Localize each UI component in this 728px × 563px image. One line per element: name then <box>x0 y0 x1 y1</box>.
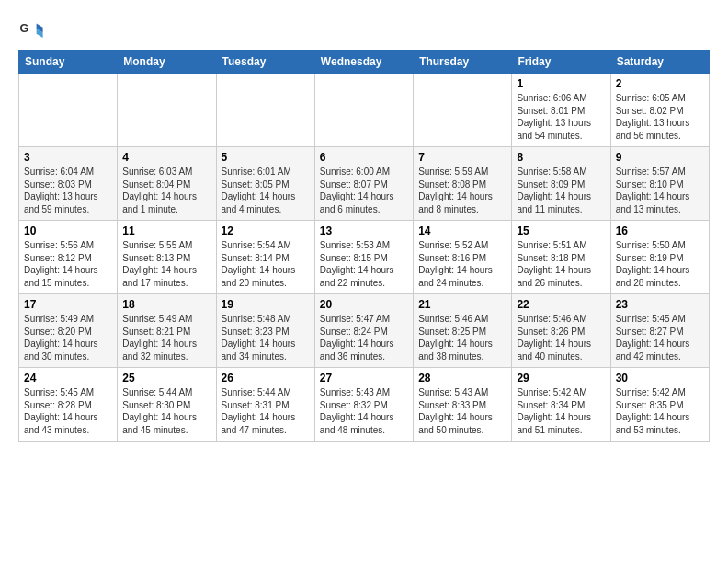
day-number: 2 <box>616 77 704 90</box>
day-number: 11 <box>122 224 210 237</box>
weekday-header-saturday: Saturday <box>610 51 709 74</box>
calendar-cell: 30Sunrise: 5:42 AMSunset: 8:35 PMDayligh… <box>610 368 709 442</box>
day-info: Sunrise: 5:43 AMSunset: 8:33 PMDaylight:… <box>418 386 506 436</box>
day-number: 24 <box>24 372 112 385</box>
weekday-header-tuesday: Tuesday <box>216 51 314 74</box>
calendar-cell: 29Sunrise: 5:42 AMSunset: 8:34 PMDayligh… <box>512 368 610 442</box>
calendar-cell: 21Sunrise: 5:46 AMSunset: 8:25 PMDayligh… <box>414 294 512 368</box>
day-number: 13 <box>320 224 408 237</box>
day-info: Sunrise: 5:43 AMSunset: 8:32 PMDaylight:… <box>320 386 408 436</box>
week-row-4: 17Sunrise: 5:49 AMSunset: 8:20 PMDayligh… <box>19 294 710 368</box>
weekday-header-row: SundayMondayTuesdayWednesdayThursdayFrid… <box>19 51 710 74</box>
day-number: 14 <box>418 224 506 237</box>
calendar-cell: 18Sunrise: 5:49 AMSunset: 8:21 PMDayligh… <box>118 294 216 368</box>
day-info: Sunrise: 5:48 AMSunset: 8:23 PMDaylight:… <box>222 313 310 362</box>
day-number: 16 <box>616 224 704 237</box>
calendar-cell: 20Sunrise: 5:47 AMSunset: 8:24 PMDayligh… <box>314 294 413 368</box>
day-info: Sunrise: 6:04 AMSunset: 8:03 PMDaylight:… <box>24 166 112 215</box>
header: G <box>18 15 710 44</box>
calendar-cell <box>314 74 413 147</box>
day-info: Sunrise: 6:00 AMSunset: 8:07 PMDaylight:… <box>320 166 408 215</box>
calendar-cell: 3Sunrise: 6:04 AMSunset: 8:03 PMDaylight… <box>19 147 118 221</box>
day-number: 27 <box>320 372 408 385</box>
calendar-cell: 16Sunrise: 5:50 AMSunset: 8:19 PMDayligh… <box>610 221 709 294</box>
logo-icon: G <box>18 18 44 44</box>
day-number: 21 <box>418 298 506 311</box>
week-row-5: 24Sunrise: 5:45 AMSunset: 8:28 PMDayligh… <box>19 368 710 442</box>
day-number: 23 <box>616 298 704 311</box>
day-info: Sunrise: 5:49 AMSunset: 8:21 PMDaylight:… <box>122 313 210 362</box>
day-info: Sunrise: 5:53 AMSunset: 8:15 PMDaylight:… <box>320 239 408 289</box>
calendar-cell <box>118 74 216 147</box>
calendar-cell: 28Sunrise: 5:43 AMSunset: 8:33 PMDayligh… <box>414 368 512 442</box>
calendar-cell: 4Sunrise: 6:03 AMSunset: 8:04 PMDaylight… <box>118 147 216 221</box>
weekday-header-friday: Friday <box>512 51 610 74</box>
day-number: 28 <box>418 372 506 385</box>
day-number: 18 <box>122 298 210 311</box>
calendar-cell: 15Sunrise: 5:51 AMSunset: 8:18 PMDayligh… <box>512 221 610 294</box>
day-number: 25 <box>122 372 210 385</box>
calendar-cell: 6Sunrise: 6:00 AMSunset: 8:07 PMDaylight… <box>314 147 413 221</box>
calendar-cell: 13Sunrise: 5:53 AMSunset: 8:15 PMDayligh… <box>314 221 413 294</box>
day-number: 15 <box>517 224 605 237</box>
day-number: 30 <box>616 372 704 385</box>
day-number: 22 <box>517 298 605 311</box>
svg-text:G: G <box>19 22 28 35</box>
calendar-cell: 2Sunrise: 6:05 AMSunset: 8:02 PMDaylight… <box>610 74 709 147</box>
calendar-cell: 26Sunrise: 5:44 AMSunset: 8:31 PMDayligh… <box>216 368 314 442</box>
day-info: Sunrise: 5:51 AMSunset: 8:18 PMDaylight:… <box>517 239 605 289</box>
weekday-header-wednesday: Wednesday <box>314 51 413 74</box>
weekday-header-monday: Monday <box>118 51 216 74</box>
calendar-cell: 8Sunrise: 5:58 AMSunset: 8:09 PMDaylight… <box>512 147 610 221</box>
day-number: 6 <box>320 151 408 164</box>
calendar-cell: 17Sunrise: 5:49 AMSunset: 8:20 PMDayligh… <box>19 294 118 368</box>
day-number: 29 <box>517 372 605 385</box>
day-number: 7 <box>418 151 506 164</box>
day-number: 4 <box>122 151 210 164</box>
calendar-cell: 12Sunrise: 5:54 AMSunset: 8:14 PMDayligh… <box>216 221 314 294</box>
day-info: Sunrise: 5:59 AMSunset: 8:08 PMDaylight:… <box>418 166 506 215</box>
calendar-cell: 1Sunrise: 6:06 AMSunset: 8:01 PMDaylight… <box>512 74 610 147</box>
day-number: 12 <box>222 224 310 237</box>
day-number: 5 <box>222 151 310 164</box>
day-info: Sunrise: 6:06 AMSunset: 8:01 PMDaylight:… <box>517 92 605 142</box>
day-info: Sunrise: 5:44 AMSunset: 8:30 PMDaylight:… <box>122 386 210 436</box>
day-info: Sunrise: 5:42 AMSunset: 8:34 PMDaylight:… <box>517 386 605 436</box>
calendar-cell: 19Sunrise: 5:48 AMSunset: 8:23 PMDayligh… <box>216 294 314 368</box>
day-info: Sunrise: 5:52 AMSunset: 8:16 PMDaylight:… <box>418 239 506 289</box>
calendar-cell: 7Sunrise: 5:59 AMSunset: 8:08 PMDaylight… <box>414 147 512 221</box>
calendar-page: G SundayMondayTuesdayWednesdayThursdayFr… <box>0 0 728 456</box>
calendar-cell: 23Sunrise: 5:45 AMSunset: 8:27 PMDayligh… <box>610 294 709 368</box>
day-info: Sunrise: 5:57 AMSunset: 8:10 PMDaylight:… <box>616 166 704 215</box>
day-info: Sunrise: 5:47 AMSunset: 8:24 PMDaylight:… <box>320 313 408 362</box>
day-number: 10 <box>24 224 112 237</box>
day-number: 1 <box>517 77 605 90</box>
weekday-header-sunday: Sunday <box>19 51 118 74</box>
day-number: 3 <box>24 151 112 164</box>
day-info: Sunrise: 5:56 AMSunset: 8:12 PMDaylight:… <box>24 239 112 289</box>
calendar-cell <box>414 74 512 147</box>
calendar-cell: 14Sunrise: 5:52 AMSunset: 8:16 PMDayligh… <box>414 221 512 294</box>
day-info: Sunrise: 5:42 AMSunset: 8:35 PMDaylight:… <box>616 386 704 436</box>
calendar-cell <box>216 74 314 147</box>
day-info: Sunrise: 6:01 AMSunset: 8:05 PMDaylight:… <box>222 166 310 215</box>
calendar-cell: 22Sunrise: 5:46 AMSunset: 8:26 PMDayligh… <box>512 294 610 368</box>
day-number: 17 <box>24 298 112 311</box>
day-info: Sunrise: 5:54 AMSunset: 8:14 PMDaylight:… <box>222 239 310 289</box>
day-info: Sunrise: 6:05 AMSunset: 8:02 PMDaylight:… <box>616 92 704 142</box>
calendar-cell <box>19 74 118 147</box>
logo: G <box>18 18 48 44</box>
day-number: 19 <box>222 298 310 311</box>
day-info: Sunrise: 5:45 AMSunset: 8:27 PMDaylight:… <box>616 313 704 362</box>
week-row-1: 1Sunrise: 6:06 AMSunset: 8:01 PMDaylight… <box>19 74 710 147</box>
day-info: Sunrise: 5:45 AMSunset: 8:28 PMDaylight:… <box>24 386 112 436</box>
day-info: Sunrise: 5:55 AMSunset: 8:13 PMDaylight:… <box>122 239 210 289</box>
day-info: Sunrise: 5:58 AMSunset: 8:09 PMDaylight:… <box>517 166 605 215</box>
week-row-2: 3Sunrise: 6:04 AMSunset: 8:03 PMDaylight… <box>19 147 710 221</box>
day-info: Sunrise: 5:49 AMSunset: 8:20 PMDaylight:… <box>24 313 112 362</box>
calendar-cell: 5Sunrise: 6:01 AMSunset: 8:05 PMDaylight… <box>216 147 314 221</box>
calendar-cell: 10Sunrise: 5:56 AMSunset: 8:12 PMDayligh… <box>19 221 118 294</box>
calendar-cell: 11Sunrise: 5:55 AMSunset: 8:13 PMDayligh… <box>118 221 216 294</box>
weekday-header-thursday: Thursday <box>414 51 512 74</box>
day-info: Sunrise: 6:03 AMSunset: 8:04 PMDaylight:… <box>122 166 210 215</box>
